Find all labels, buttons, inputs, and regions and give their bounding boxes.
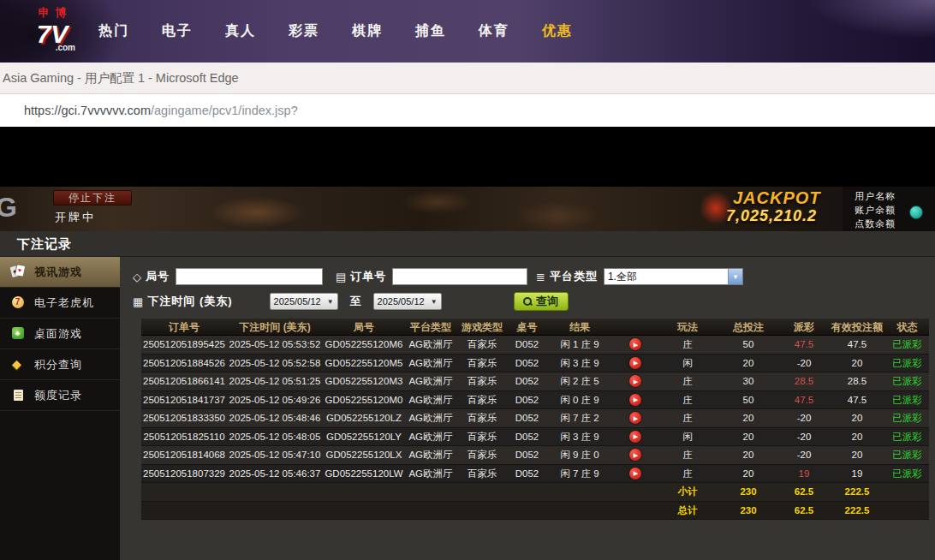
gem-icon <box>11 358 27 372</box>
date-from-picker[interactable]: 2025/05/12 ▼ <box>270 293 338 310</box>
cell-bet-type: 闲 <box>658 428 718 446</box>
replay-button[interactable]: ▶ <box>629 468 641 480</box>
spacer-cell <box>885 502 929 520</box>
currency-icon[interactable] <box>909 206 923 219</box>
cell-result: 闲 7 庄 9 <box>546 465 613 483</box>
stop-betting-button[interactable]: 停止下注 <box>53 190 132 206</box>
subtotal-total-bet: 230 <box>718 483 779 501</box>
cell-platform: AG欧洲厅 <box>405 446 456 464</box>
bet-time-label: 下注时间 (美东) <box>147 294 232 309</box>
table-row: 250512051833350 2025-05-12 05:48:46 GD05… <box>141 409 929 428</box>
cell-bet-time: 2025-05-12 05:47:10 <box>227 446 323 464</box>
date-from-value: 2025/05/12 <box>274 296 321 307</box>
play-icon: ▶ <box>634 396 638 402</box>
table-row: 250512051807329 2025-05-12 05:46:37 GD05… <box>141 465 929 484</box>
table-row: 250512051814068 2025-05-12 05:47:10 GD05… <box>141 446 929 465</box>
cell-replay: ▶ <box>613 465 658 483</box>
search-button[interactable]: 查询 <box>514 292 569 311</box>
nav-item-slots[interactable]: 电子 <box>146 22 209 40</box>
replay-button[interactable]: ▶ <box>629 449 641 461</box>
panel-title: 下注记录 <box>0 231 935 257</box>
subtotal-valid-bet: 222.5 <box>829 483 885 501</box>
page-black-area <box>0 127 935 187</box>
cell-platform: AG欧洲厅 <box>405 372 456 390</box>
cell-game-type: 百家乐 <box>456 428 508 446</box>
col-header-bet-type: 玩法 <box>658 319 718 335</box>
col-header-table-no: 桌号 <box>508 319 546 335</box>
cell-bet-type: 庄 <box>658 372 718 390</box>
cell-round-no: GD052255120M0 <box>323 391 405 409</box>
round-no-input[interactable] <box>176 268 323 285</box>
cell-result: 闲 3 庄 9 <box>546 428 613 446</box>
sidebar-item-video-games[interactable]: 视讯游戏 <box>0 257 120 288</box>
date-to-picker[interactable]: 2025/05/12 ▼ <box>373 293 442 310</box>
nav-item-fishing[interactable]: 捕鱼 <box>399 22 462 40</box>
total-row: 总计 230 62.5 222.5 <box>141 502 929 521</box>
replay-button[interactable]: ▶ <box>629 375 641 387</box>
nav-item-board[interactable]: 棋牌 <box>336 22 399 40</box>
cell-status: 已派彩 <box>885 336 929 354</box>
total-total-bet: 230 <box>718 502 779 520</box>
site-nav-bar: 申博 7V .com 热门 电子 真人 彩票 棋牌 捕鱼 体育 优惠 <box>0 0 935 63</box>
play-icon: ▶ <box>634 360 638 366</box>
replay-button[interactable]: ▶ <box>629 338 641 350</box>
cell-table-no: D052 <box>508 428 546 446</box>
sidebar: 视讯游戏 电子老虎机 桌面游戏 积分查询 额度记录 <box>0 257 120 560</box>
cell-game-type: 百家乐 <box>456 465 508 483</box>
cell-payout: 47.5 <box>779 391 829 409</box>
cell-order-no: 250512051825110 <box>141 428 227 446</box>
cell-bet-type: 庄 <box>658 391 718 409</box>
cell-replay: ▶ <box>613 391 658 409</box>
sidebar-item-label: 电子老虎机 <box>34 295 94 311</box>
cell-bet-type: 庄 <box>658 465 718 483</box>
col-header-total-bet: 总投注 <box>718 319 779 335</box>
cell-status: 已派彩 <box>885 354 929 372</box>
sidebar-item-label: 额度记录 <box>34 388 82 403</box>
dealing-status-label: 开牌中 <box>55 210 96 225</box>
cell-replay: ▶ <box>613 428 658 446</box>
order-no-label: 订单号 <box>350 269 386 284</box>
url-path: /agingame/pcv1/index.jsp? <box>151 104 298 117</box>
cell-status: 已派彩 <box>885 428 929 446</box>
nav-item-promotions[interactable]: 优惠 <box>526 22 589 40</box>
account-username-label: 用户名称 <box>855 189 935 203</box>
address-bar[interactable]: https://gci.7vvvvvv.com/agingame/pcv1/in… <box>0 94 935 127</box>
replay-button[interactable]: ▶ <box>629 431 641 443</box>
cell-table-no: D052 <box>508 391 546 409</box>
cell-payout: 19 <box>779 465 829 483</box>
screen: 申博 7V .com 热门 电子 真人 彩票 棋牌 捕鱼 体育 优惠 Asia … <box>0 0 935 560</box>
sidebar-item-label: 桌面游戏 <box>34 326 82 342</box>
nav-item-hot[interactable]: 热门 <box>82 22 146 40</box>
col-header-valid-bet: 有效投注额 <box>829 319 885 335</box>
platform-type-value: 1.全部 <box>604 270 728 284</box>
table-games-icon <box>11 327 27 341</box>
chevron-down-icon: ▼ <box>728 269 742 284</box>
cell-round-no: GD052255120LZ <box>323 409 405 427</box>
cell-replay: ▶ <box>613 336 658 354</box>
nav-item-live[interactable]: 真人 <box>209 22 272 40</box>
cell-bet-time: 2025-05-12 05:48:05 <box>227 428 323 446</box>
replay-button[interactable]: ▶ <box>629 394 641 406</box>
spacer-cell <box>885 483 929 501</box>
sidebar-item-credit-records[interactable]: 额度记录 <box>0 380 120 411</box>
sidebar-item-slot-machines[interactable]: 电子老虎机 <box>0 288 120 319</box>
url-domain: https://gci.7vvvvvv.com <box>24 104 151 117</box>
replay-button[interactable]: ▶ <box>629 357 641 369</box>
play-icon: ▶ <box>634 415 638 421</box>
cell-valid-bet: 20 <box>829 446 885 464</box>
nav-item-lottery[interactable]: 彩票 <box>272 22 336 40</box>
cell-result: 闲 9 庄 0 <box>546 446 613 464</box>
sidebar-item-points-query[interactable]: 积分查询 <box>0 349 120 380</box>
platform-type-select[interactable]: 1.全部 ▼ <box>604 268 743 285</box>
cell-result: 闲 3 庄 9 <box>546 354 613 372</box>
cell-bet-time: 2025-05-12 05:51:25 <box>227 372 323 390</box>
sidebar-item-label: 视讯游戏 <box>34 265 82 280</box>
nav-item-sports[interactable]: 体育 <box>462 22 526 40</box>
cell-total-bet: 20 <box>718 428 779 446</box>
order-no-input[interactable] <box>392 268 527 285</box>
sidebar-item-table-games[interactable]: 桌面游戏 <box>0 319 120 349</box>
playing-cards-icon <box>11 265 27 279</box>
site-logo[interactable]: 申博 7V .com <box>21 5 84 58</box>
replay-button[interactable]: ▶ <box>629 412 641 424</box>
cell-payout: 28.5 <box>779 372 829 390</box>
